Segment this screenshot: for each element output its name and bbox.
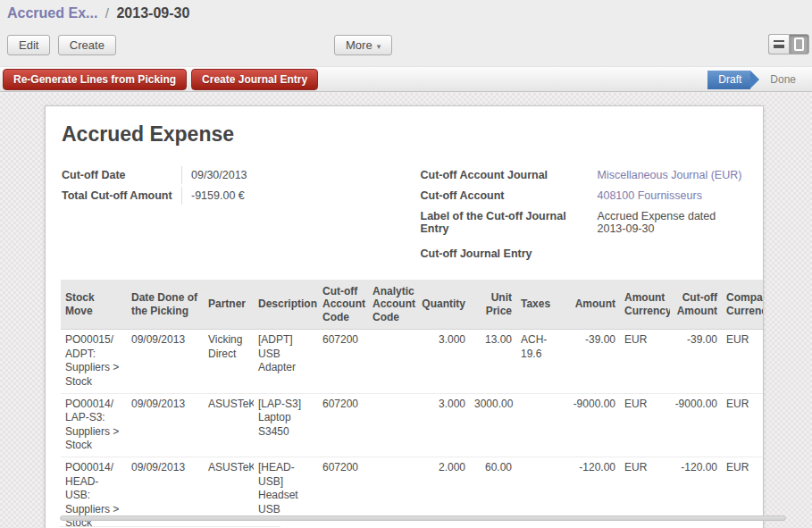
col-company-currency[interactable]: Company Currency: [722, 280, 763, 330]
col-cutoff-amount[interactable]: Cut-off Amount: [670, 280, 722, 330]
breadcrumb-current: 2013-09-30: [116, 5, 189, 21]
cell-partner: ASUSTeK: [204, 393, 254, 457]
edit-button[interactable]: Edit: [7, 35, 50, 55]
field-group: Cut-off Date 09/30/2013 Total Cut-off Am…: [62, 166, 747, 265]
cell-description: [LAP-S3] Laptop S3450: [254, 393, 318, 457]
field-label: Cut-off Account: [421, 187, 598, 205]
field-value: -9159.00 €: [181, 187, 405, 205]
cell-stock-move: PO00015/ ADPT: Suppliers > Stock: [61, 330, 127, 393]
cell-amount: -39.00: [566, 330, 620, 393]
form-view-button[interactable]: [789, 34, 809, 54]
cell-description: [ADPT] USB Adapter: [254, 330, 318, 393]
stock-move-lines-table: Stock Move Date Done of the Picking Part…: [61, 280, 763, 528]
field-cutoff-date: Cut-off Date 09/30/2013: [62, 166, 405, 187]
list-view-button[interactable]: [768, 34, 789, 54]
breadcrumb-separator: /: [102, 5, 113, 21]
field-column-right: Cut-off Account Journal Miscellaneous Jo…: [405, 166, 748, 265]
table-header-row: Stock Move Date Done of the Picking Part…: [61, 280, 763, 330]
breadcrumb: Accrued Ex... / 2013-09-30: [7, 5, 805, 21]
cell-company-currency: EUR: [722, 393, 763, 457]
cell-amount-currency: EUR: [620, 393, 670, 457]
form-sheet: Accrued Expense Cut-off Date 09/30/2013 …: [45, 105, 764, 528]
cell-quantity: 3.000: [416, 393, 470, 457]
cell-cutoff-account-code: 607200: [318, 330, 368, 393]
col-partner[interactable]: Partner: [204, 280, 254, 330]
col-unit-price[interactable]: Unit Price: [470, 280, 516, 330]
cell-company-currency: EUR: [722, 330, 763, 393]
field-label: Total Cut-off Amount: [62, 187, 181, 205]
cell-amount-currency: EUR: [620, 330, 670, 393]
cell-cutoff-account-code: 607200: [318, 393, 368, 457]
cell-taxes: ACH-19.6: [516, 330, 566, 393]
cell-stock-move: PO00014/ LAP-S3: Suppliers > Stock: [61, 393, 127, 457]
list-icon: [774, 40, 784, 48]
field-label: Label of the Cut-off Journal Entry: [421, 207, 598, 238]
horizontal-scrollbar[interactable]: [60, 515, 786, 521]
field-journal-entry-label: Label of the Cut-off Journal Entry Accru…: [421, 207, 748, 238]
stock-move-lines: Stock Move Date Done of the Picking Part…: [61, 280, 763, 528]
cell-quantity: 3.000: [416, 330, 470, 393]
form-icon: [794, 38, 804, 51]
col-analytic-account-code[interactable]: Analytic Account Code: [368, 280, 416, 330]
breadcrumb-parent-link[interactable]: Accrued Ex...: [7, 5, 97, 21]
col-date-done[interactable]: Date Done of the Picking: [127, 280, 204, 330]
view-switcher: [768, 34, 809, 54]
cell-cutoff-amount: -39.00: [670, 330, 722, 393]
field-cutoff-account-journal: Cut-off Account Journal Miscellaneous Jo…: [421, 166, 748, 187]
more-dropdown-button[interactable]: More▾: [334, 35, 392, 55]
cell-date-done: 09/09/2013: [127, 330, 204, 393]
table-row[interactable]: PO00014/ LAP-S3: Suppliers > Stock 09/09…: [61, 393, 763, 457]
cell-unit-price: 13.00: [470, 330, 516, 393]
col-taxes[interactable]: Taxes: [516, 280, 566, 330]
more-label: More: [346, 38, 373, 52]
field-value: [598, 245, 748, 250]
cell-taxes: [516, 393, 566, 457]
row-divider: [60, 526, 280, 527]
chevron-down-icon: ▾: [377, 42, 381, 51]
field-cutoff-account: Cut-off Account 408100 Fournisseurs: [421, 187, 748, 207]
cell-partner: Vicking Direct: [204, 330, 254, 393]
field-label: Cut-off Journal Entry: [421, 245, 598, 263]
col-description[interactable]: Description: [254, 280, 318, 330]
cell-unit-price: 3000.00: [470, 393, 516, 457]
cell-date-done: 09/09/2013: [127, 393, 204, 457]
field-value-link[interactable]: 408100 Fournisseurs: [598, 187, 748, 205]
field-value: 09/30/2013: [181, 166, 405, 184]
col-cutoff-account-code[interactable]: Cut-off Account Code: [318, 280, 368, 330]
status-state-draft: Draft: [707, 71, 750, 89]
field-column-left: Cut-off Date 09/30/2013 Total Cut-off Am…: [62, 166, 405, 265]
cell-analytic-account-code: [368, 393, 416, 457]
cell-amount: -9000.00: [566, 393, 620, 457]
form-status-bar: Re-Generate Lines from Picking Create Jo…: [0, 66, 812, 92]
page-title: Accrued Expense: [62, 122, 747, 147]
col-quantity[interactable]: Quantity: [416, 280, 470, 330]
field-label: Cut-off Date: [62, 166, 181, 184]
col-amount[interactable]: Amount: [566, 280, 620, 330]
cell-analytic-account-code: [368, 330, 416, 393]
content-area: Accrued Expense Cut-off Date 09/30/2013 …: [0, 93, 812, 528]
toolbar: Edit Create More▾: [0, 27, 812, 66]
regenerate-lines-button[interactable]: Re-Generate Lines from Picking: [3, 69, 187, 90]
table-row[interactable]: PO00015/ ADPT: Suppliers > Stock 09/09/2…: [61, 330, 763, 393]
field-value-link[interactable]: Miscellaneous Journal (EUR): [598, 166, 748, 184]
field-total-cutoff-amount: Total Cut-off Amount -9159.00 €: [62, 187, 405, 207]
col-amount-currency[interactable]: Amount Currency: [620, 280, 670, 330]
col-stock-move[interactable]: Stock Move: [61, 280, 127, 330]
top-bar: Accrued Ex... / 2013-09-30: [0, 0, 812, 27]
field-label: Cut-off Account Journal: [421, 166, 598, 184]
cell-cutoff-amount: -9000.00: [670, 393, 722, 457]
create-journal-entry-button[interactable]: Create Journal Entry: [191, 69, 318, 90]
field-cutoff-journal-entry: Cut-off Journal Entry: [421, 245, 748, 265]
status-states: Draft Done: [707, 71, 803, 89]
field-value: Accrued Expense dated 2013-09-30: [598, 207, 748, 238]
create-button[interactable]: Create: [58, 35, 116, 55]
